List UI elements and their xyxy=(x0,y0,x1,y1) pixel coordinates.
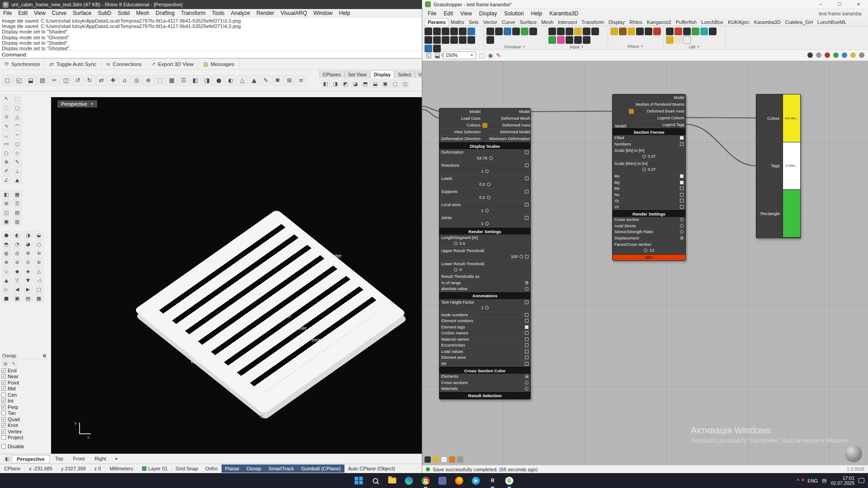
gh-component-icon[interactable] xyxy=(700,28,708,35)
category-tab[interactable]: Culebra_GH xyxy=(783,19,815,26)
rhino-toolbar-icon[interactable]: ☰ xyxy=(178,75,189,86)
sidebar-tool-icon[interactable]: ◀ xyxy=(13,285,22,293)
rhino-menu-item[interactable]: Help xyxy=(336,10,354,16)
rhino-menu-item[interactable]: File xyxy=(0,10,15,16)
viewport-title-chip[interactable]: Perspective ▼ xyxy=(57,100,97,108)
checkbox[interactable] xyxy=(525,319,528,323)
sidebar-tool-icon[interactable]: ↖ xyxy=(2,94,11,103)
section-forces-checkbox-row[interactable]: Filled xyxy=(613,135,685,141)
sidebar-tool-icon[interactable]: ▣ xyxy=(13,294,22,302)
visualarq-button[interactable]: ⟳ Synchronize xyxy=(0,59,45,69)
category-tab[interactable]: LunchBoxML xyxy=(815,19,849,26)
gh-component-icon[interactable] xyxy=(619,28,627,35)
statusbar-toggle[interactable]: SmartTrack xyxy=(265,465,297,473)
sidebar-tool-icon[interactable]: ☰ xyxy=(13,199,22,207)
gh-component-icon[interactable] xyxy=(583,28,590,35)
discord-button[interactable] xyxy=(437,475,448,486)
osnap-checkbox[interactable] xyxy=(1,423,6,427)
rhino-menu-item[interactable]: Mesh xyxy=(133,10,152,16)
section-forces-checkbox-row[interactable]: Numbers xyxy=(613,141,685,148)
gear-icon[interactable]: ⚙ xyxy=(42,353,47,358)
gh-component-icon[interactable] xyxy=(548,28,556,35)
gh-component-icon[interactable] xyxy=(683,28,691,35)
panel-tab[interactable]: Select xyxy=(394,70,415,78)
gh-component-icon[interactable] xyxy=(450,36,458,44)
open-file-icon[interactable]: ◱ xyxy=(426,52,431,59)
rhino-menu-item[interactable]: Solid xyxy=(114,10,133,16)
slider-knob[interactable] xyxy=(454,268,458,272)
checkbox[interactable] xyxy=(525,313,528,317)
gh-component-icon[interactable] xyxy=(692,28,699,35)
rhino-taskbar-button[interactable]: R xyxy=(487,475,498,486)
category-tab[interactable]: Mesh xyxy=(539,19,556,26)
gh-component-icon[interactable] xyxy=(433,28,441,35)
statusbar-toggle[interactable]: Planar xyxy=(222,465,243,473)
gh-component-icon[interactable] xyxy=(433,45,441,52)
checkbox[interactable] xyxy=(680,199,684,202)
gh-component-icon[interactable] xyxy=(675,28,682,35)
osnap-checkbox-row[interactable]: Int xyxy=(1,398,47,404)
sidebar-tool-icon[interactable]: ⊚ xyxy=(34,258,43,266)
gh-component-icon[interactable] xyxy=(467,36,475,44)
sketch-pen-icon[interactable]: ✎ xyxy=(496,52,501,59)
grasshopper-menu-item[interactable]: Help xyxy=(528,10,546,17)
slider-knob[interactable] xyxy=(644,249,647,252)
ribbon-group-label[interactable]: Util xyxy=(689,44,695,49)
active-layer-chip[interactable]: Layer 01 xyxy=(138,466,172,471)
checkbox[interactable] xyxy=(525,356,528,359)
component-input[interactable]: Model xyxy=(613,94,629,128)
force-checkbox-row[interactable]: My xyxy=(613,180,685,186)
checkbox[interactable] xyxy=(525,338,528,341)
karamba-slider-group[interactable]: Supports 0.2 xyxy=(439,188,530,202)
karamba-slider-group[interactable]: Lower Result Threshold 0 xyxy=(439,261,530,274)
save-file-icon[interactable]: ⬓ xyxy=(434,52,440,59)
osnap-checkbox-row[interactable]: Cen xyxy=(1,392,47,398)
gh-component-icon[interactable] xyxy=(666,36,674,44)
taskbar-clock[interactable]: 17:01 02.07.2025 xyxy=(830,476,854,486)
rhino-menu-item[interactable]: VisualARQ xyxy=(278,10,310,16)
gh-component-icon[interactable] xyxy=(653,28,661,35)
grasshopper-menu-item[interactable]: View xyxy=(457,10,476,17)
color-radio-row[interactable]: Elements xyxy=(439,374,530,380)
osnap-checkbox[interactable] xyxy=(1,393,6,397)
cplane-button[interactable]: CPlane xyxy=(0,466,25,471)
osnap-disable-row[interactable]: Disable xyxy=(1,443,47,450)
gh-component-icon[interactable] xyxy=(566,28,573,35)
gh-component-icon[interactable] xyxy=(442,28,449,35)
rhino-menu-item[interactable]: Surface xyxy=(70,10,94,16)
force-checkbox-row[interactable]: Nx xyxy=(613,192,685,198)
color-radio-row[interactable]: Materials xyxy=(439,386,530,392)
karamba-slider-group[interactable]: Upper Result Threshold 100 xyxy=(439,248,530,261)
section-header-cross-section-color[interactable]: Cross Section Color xyxy=(439,367,530,374)
gh-component-icon[interactable] xyxy=(636,28,644,35)
sidebar-tool-icon[interactable]: ◓ xyxy=(2,240,11,248)
chrome-button[interactable] xyxy=(420,475,431,486)
threshold-radio-row[interactable]: % of range xyxy=(439,280,530,286)
visualarq-button[interactable]: ▤ Messages xyxy=(198,59,239,69)
checkbox[interactable] xyxy=(680,174,684,178)
checkbox[interactable] xyxy=(525,362,528,366)
component-output[interactable]: Deformed Mesh xyxy=(487,115,532,122)
color-radio-row[interactable]: Cross sections xyxy=(439,380,530,386)
rhino-toolbar-icon[interactable]: ⊕ xyxy=(143,75,154,86)
osnap-checkbox-row[interactable]: Tan xyxy=(1,410,47,417)
karamba-slider-group[interactable]: Deformation 54.78 xyxy=(439,149,530,162)
wireframe-preview-icon[interactable] xyxy=(807,52,813,58)
threshold-radio-row[interactable]: absolute value xyxy=(439,286,530,292)
checkbox[interactable] xyxy=(680,136,684,140)
expand-box[interactable] xyxy=(525,255,528,258)
sidebar-tool-icon[interactable]: ⊕ xyxy=(2,158,11,166)
section-header-render-settings[interactable]: Render Settings xyxy=(439,228,530,235)
force-checkbox-row[interactable]: Vz xyxy=(613,204,685,211)
sidebar-tool-icon[interactable]: ⊕ xyxy=(24,249,33,257)
karamba-slider-group[interactable]: Scale [kN] to [m] 0.37 xyxy=(613,147,685,160)
rhino-toolbar-icon[interactable]: ⬓ xyxy=(25,75,36,86)
rhino-toolbar-icon[interactable]: ◱ xyxy=(14,75,24,86)
component-output[interactable]: Model xyxy=(634,94,686,101)
karamba-slider-group[interactable]: Local axes 1 xyxy=(439,202,530,215)
osnap-checkbox[interactable] xyxy=(1,380,6,385)
sidebar-tool-icon[interactable]: ∠ xyxy=(2,176,11,184)
grasshopper-titlebar[interactable]: Grasshopper - test frame karamba* ─ ☐ ✕ xyxy=(422,0,868,9)
gh-component-icon[interactable] xyxy=(548,36,556,44)
display-mode-icon[interactable]: ▢ xyxy=(391,80,400,88)
